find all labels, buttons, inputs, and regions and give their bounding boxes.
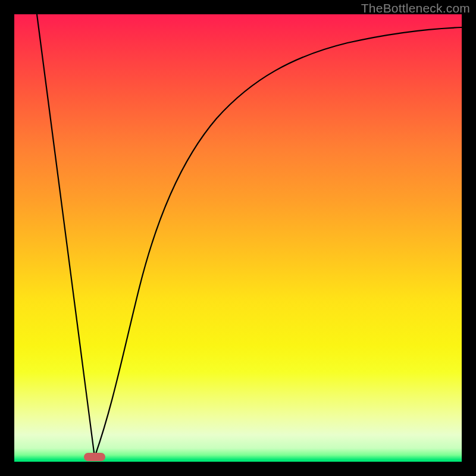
bottleneck-curve [37, 14, 462, 457]
curve-layer [14, 14, 462, 462]
plot-area [14, 14, 462, 462]
chart-frame: TheBottleneck.com [0, 0, 476, 476]
watermark-text: TheBottleneck.com [361, 1, 470, 15]
valley-marker [84, 453, 105, 461]
